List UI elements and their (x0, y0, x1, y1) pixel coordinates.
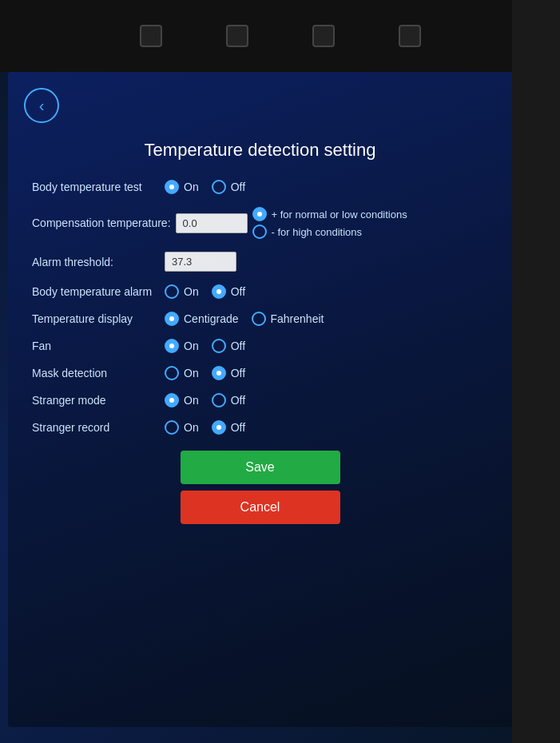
label-body-temp-alarm: Body temperature alarm (32, 285, 160, 298)
radio-fan-on-circle (165, 339, 179, 353)
radio-fahrenheit-label: Fahrenheit (271, 312, 324, 325)
label-stranger-mode: Stranger mode (32, 394, 160, 407)
row-body-temp-alarm: Body temperature alarm On Off (32, 284, 488, 299)
radio-stranger-mode-on[interactable]: On (165, 393, 199, 407)
top-indicator-4 (399, 25, 421, 47)
radio-stranger-mode-off[interactable]: Off (212, 393, 245, 407)
radio-note-minus-circle (252, 224, 267, 239)
radio-stranger-record-off-label: Off (231, 421, 245, 434)
radio-mask-on-label: On (184, 367, 199, 379)
radio-stranger-record-on[interactable]: On (165, 420, 199, 435)
top-indicator-3 (312, 25, 335, 47)
radio-stranger-mode: On Off (165, 393, 245, 407)
label-body-temp-test: Body temperature test (32, 181, 160, 193)
radio-mask-off-label: Off (231, 367, 245, 379)
radio-centigrade-circle (165, 312, 179, 326)
radio-stranger-record-on-circle (165, 420, 179, 435)
settings-panel: Body temperature test On Off C (32, 180, 488, 435)
right-edge (512, 0, 560, 743)
row-alarm-threshold: Alarm threshold: (32, 252, 488, 272)
radio-mask-detection: On Off (165, 366, 245, 380)
radio-stranger-mode-off-circle (212, 393, 226, 407)
radio-body-temp-on[interactable]: On (165, 180, 199, 194)
radio-mask-on-circle (165, 366, 179, 380)
radio-fan-off-circle (212, 339, 226, 353)
row-fan: Fan On Off (32, 339, 488, 353)
radio-stranger-record: On Off (165, 420, 245, 435)
row-body-temp-test: Body temperature test On Off (32, 180, 488, 194)
radio-body-temp-on-label: On (184, 181, 199, 193)
radio-stranger-record-off-circle (212, 420, 226, 435)
radio-fan-off[interactable]: Off (212, 339, 245, 353)
label-stranger-record: Stranger record (32, 421, 160, 434)
radio-temp-display: Centigrade Fahrenheit (165, 312, 324, 326)
radio-fan-on-label: On (184, 340, 199, 352)
radio-mask-on[interactable]: On (165, 366, 199, 380)
note-minus[interactable]: - for high conditions (252, 224, 407, 239)
radio-body-temp-off-circle (212, 180, 226, 194)
row-stranger-record: Stranger record On Off (32, 420, 488, 435)
top-indicator-2 (226, 25, 248, 47)
top-indicator-1 (140, 25, 162, 47)
save-button[interactable]: Save (181, 451, 340, 484)
radio-alarm-off-label: Off (231, 285, 245, 298)
radio-centigrade[interactable]: Centigrade (165, 312, 239, 326)
radio-body-temp-test: On Off (165, 180, 245, 194)
back-button[interactable]: ‹ (24, 88, 59, 123)
radio-body-temp-off[interactable]: Off (212, 180, 245, 194)
radio-note-plus-circle (252, 207, 267, 221)
radio-body-temp-alarm: On Off (165, 284, 245, 299)
label-alarm-threshold: Alarm threshold: (32, 256, 160, 268)
label-compensation-temp: Compensation temperature: (32, 217, 171, 229)
input-alarm-threshold[interactable] (165, 252, 236, 272)
page-title: Temperature detection setting (32, 140, 488, 161)
radio-mask-off-circle (212, 366, 226, 380)
radio-stranger-mode-on-circle (165, 393, 179, 407)
radio-stranger-mode-on-label: On (184, 394, 199, 407)
radio-fan-off-label: Off (231, 340, 245, 352)
radio-alarm-off-circle (212, 284, 226, 299)
radio-centigrade-label: Centigrade (184, 312, 239, 325)
radio-body-temp-on-circle (165, 180, 179, 194)
label-mask-detection: Mask detection (32, 367, 160, 379)
row-temp-display: Temperature display Centigrade Fahrenhei… (32, 312, 488, 326)
compensation-notes: + for normal or low conditions - for hig… (252, 207, 407, 239)
radio-fan: On Off (165, 339, 245, 353)
radio-body-temp-off-label: Off (231, 181, 245, 193)
screen: ‹ Temperature detection setting Body tem… (8, 72, 512, 727)
row-compensation-temp: Compensation temperature: + for normal o… (32, 207, 488, 239)
radio-stranger-mode-off-label: Off (231, 394, 245, 407)
input-compensation-temp[interactable] (176, 213, 248, 233)
label-temp-display: Temperature display (32, 312, 160, 325)
note-plus[interactable]: + for normal or low conditions (252, 207, 407, 221)
label-fan: Fan (32, 340, 160, 352)
note-plus-text: + for normal or low conditions (272, 209, 407, 221)
radio-mask-off[interactable]: Off (212, 366, 245, 380)
radio-alarm-on[interactable]: On (165, 284, 199, 299)
back-icon: ‹ (39, 97, 45, 115)
radio-stranger-record-off[interactable]: Off (212, 420, 245, 435)
radio-alarm-off[interactable]: Off (212, 284, 245, 299)
radio-alarm-on-label: On (184, 285, 199, 298)
radio-fahrenheit[interactable]: Fahrenheit (252, 312, 324, 326)
radio-stranger-record-on-label: On (184, 421, 199, 434)
row-stranger-mode: Stranger mode On Off (32, 393, 488, 407)
radio-fahrenheit-circle (252, 312, 266, 326)
note-minus-text: - for high conditions (272, 226, 362, 238)
radio-fan-on[interactable]: On (165, 339, 199, 353)
row-mask-detection: Mask detection On Off (32, 366, 488, 380)
cancel-button[interactable]: Cancel (181, 491, 340, 524)
radio-alarm-on-circle (165, 284, 179, 299)
